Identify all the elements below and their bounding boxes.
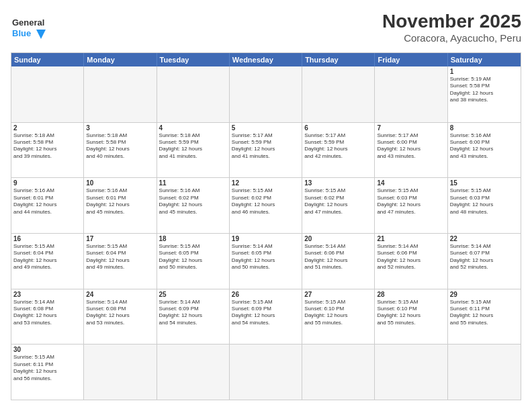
day-info: Sunrise: 5:15 AM Sunset: 6:03 PM Dayligh…: [450, 187, 519, 216]
day-info: Sunrise: 5:14 AM Sunset: 6:09 PM Dayligh…: [159, 299, 227, 327]
day-info: Sunrise: 5:14 AM Sunset: 6:08 PM Dayligh…: [13, 299, 81, 327]
day-number: 5: [232, 124, 300, 132]
day-info: Sunrise: 5:14 AM Sunset: 6:06 PM Dayligh…: [377, 243, 445, 271]
week-row-3: 16Sunrise: 5:15 AM Sunset: 6:04 PM Dayli…: [11, 233, 521, 289]
day-info: Sunrise: 5:16 AM Sunset: 6:00 PM Dayligh…: [450, 132, 519, 161]
calendar-header: Sunday Monday Tuesday Wednesday Thursday…: [11, 53, 521, 66]
day-info: Sunrise: 5:17 AM Sunset: 5:59 PM Dayligh…: [232, 132, 300, 161]
calendar-cell: 15Sunrise: 5:15 AM Sunset: 6:03 PM Dayli…: [448, 178, 521, 233]
header-saturday: Saturday: [448, 53, 521, 66]
day-info: Sunrise: 5:15 AM Sunset: 6:09 PM Dayligh…: [232, 299, 300, 327]
logo-icon: General Blue: [11, 11, 46, 46]
day-number: 22: [450, 235, 519, 242]
calendar-cell: 14Sunrise: 5:15 AM Sunset: 6:03 PM Dayli…: [375, 178, 447, 233]
day-info: Sunrise: 5:17 AM Sunset: 6:00 PM Dayligh…: [377, 132, 445, 161]
calendar-cell: 12Sunrise: 5:15 AM Sunset: 6:02 PM Dayli…: [230, 178, 302, 233]
day-number: 24: [86, 291, 154, 298]
day-info: Sunrise: 5:15 AM Sunset: 6:10 PM Dayligh…: [377, 299, 445, 327]
calendar-cell: 23Sunrise: 5:14 AM Sunset: 6:08 PM Dayli…: [11, 289, 84, 345]
week-row-5: 30Sunrise: 5:15 AM Sunset: 6:11 PM Dayli…: [11, 344, 521, 400]
calendar-cell: 6Sunrise: 5:17 AM Sunset: 5:59 PM Daylig…: [302, 123, 375, 178]
calendar-cell: 18Sunrise: 5:15 AM Sunset: 6:05 PM Dayli…: [157, 234, 230, 289]
day-number: 14: [377, 179, 445, 187]
svg-text:General: General: [12, 17, 44, 28]
header-monday: Monday: [84, 53, 157, 66]
calendar-cell: 13Sunrise: 5:15 AM Sunset: 6:02 PM Dayli…: [302, 178, 375, 233]
calendar-cell: [84, 66, 157, 122]
calendar-cell: 20Sunrise: 5:14 AM Sunset: 6:06 PM Dayli…: [302, 234, 375, 289]
svg-marker-2: [36, 30, 46, 39]
week-row-1: 2Sunrise: 5:18 AM Sunset: 5:58 PM Daylig…: [11, 122, 521, 178]
day-number: 12: [232, 179, 300, 187]
calendar-cell: 8Sunrise: 5:16 AM Sunset: 6:00 PM Daylig…: [448, 123, 521, 178]
day-info: Sunrise: 5:15 AM Sunset: 6:10 PM Dayligh…: [304, 299, 372, 327]
day-info: Sunrise: 5:17 AM Sunset: 5:59 PM Dayligh…: [304, 132, 372, 161]
day-info: Sunrise: 5:14 AM Sunset: 6:06 PM Dayligh…: [304, 243, 372, 271]
calendar-cell: [375, 66, 447, 122]
calendar-cell: 7Sunrise: 5:17 AM Sunset: 6:00 PM Daylig…: [375, 123, 447, 178]
day-info: Sunrise: 5:15 AM Sunset: 6:11 PM Dayligh…: [13, 354, 81, 382]
day-number: 27: [304, 291, 372, 298]
day-number: 20: [304, 235, 372, 242]
day-number: 28: [377, 291, 445, 298]
day-info: Sunrise: 5:15 AM Sunset: 6:04 PM Dayligh…: [13, 243, 81, 271]
calendar-cell: [230, 345, 302, 400]
day-number: 9: [13, 179, 81, 187]
calendar-cell: 2Sunrise: 5:18 AM Sunset: 5:58 PM Daylig…: [11, 123, 84, 178]
header-wednesday: Wednesday: [230, 53, 302, 66]
day-info: Sunrise: 5:15 AM Sunset: 6:03 PM Dayligh…: [377, 187, 445, 216]
day-info: Sunrise: 5:15 AM Sunset: 6:02 PM Dayligh…: [232, 187, 300, 216]
calendar-cell: 3Sunrise: 5:18 AM Sunset: 5:58 PM Daylig…: [84, 123, 157, 178]
header-sunday: Sunday: [11, 53, 84, 66]
day-info: Sunrise: 5:16 AM Sunset: 6:01 PM Dayligh…: [86, 187, 154, 216]
calendar-cell: 26Sunrise: 5:15 AM Sunset: 6:09 PM Dayli…: [230, 289, 302, 345]
calendar: Sunday Monday Tuesday Wednesday Thursday…: [11, 52, 521, 400]
day-number: 29: [450, 291, 519, 298]
day-number: 4: [159, 124, 227, 132]
calendar-cell: 29Sunrise: 5:15 AM Sunset: 6:11 PM Dayli…: [448, 289, 521, 345]
calendar-cell: 30Sunrise: 5:15 AM Sunset: 6:11 PM Dayli…: [11, 345, 84, 400]
logo: General Blue: [11, 11, 46, 46]
calendar-cell: [230, 66, 302, 122]
day-number: 2: [13, 124, 81, 132]
header-tuesday: Tuesday: [157, 53, 230, 66]
calendar-cell: [448, 345, 521, 400]
day-info: Sunrise: 5:16 AM Sunset: 6:01 PM Dayligh…: [13, 187, 81, 216]
header-thursday: Thursday: [302, 53, 375, 66]
day-number: 6: [304, 124, 372, 132]
calendar-cell: 4Sunrise: 5:18 AM Sunset: 5:59 PM Daylig…: [157, 123, 230, 178]
day-number: 10: [86, 179, 154, 187]
calendar-cell: [302, 66, 375, 122]
calendar-cell: [157, 345, 230, 400]
day-info: Sunrise: 5:14 AM Sunset: 6:05 PM Dayligh…: [232, 243, 300, 271]
day-number: 26: [232, 291, 300, 298]
calendar-cell: 10Sunrise: 5:16 AM Sunset: 6:01 PM Dayli…: [84, 178, 157, 233]
day-info: Sunrise: 5:18 AM Sunset: 5:59 PM Dayligh…: [159, 132, 227, 161]
calendar-cell: 27Sunrise: 5:15 AM Sunset: 6:10 PM Dayli…: [302, 289, 375, 345]
calendar-cell: 11Sunrise: 5:16 AM Sunset: 6:02 PM Dayli…: [157, 178, 230, 233]
calendar-cell: 5Sunrise: 5:17 AM Sunset: 5:59 PM Daylig…: [230, 123, 302, 178]
day-info: Sunrise: 5:14 AM Sunset: 6:08 PM Dayligh…: [86, 299, 154, 327]
calendar-cell: 9Sunrise: 5:16 AM Sunset: 6:01 PM Daylig…: [11, 178, 84, 233]
day-number: 3: [86, 124, 154, 132]
calendar-cell: [84, 345, 157, 400]
calendar-body: 1Sunrise: 5:19 AM Sunset: 5:58 PM Daylig…: [11, 66, 521, 400]
day-number: 15: [450, 179, 519, 187]
calendar-cell: 21Sunrise: 5:14 AM Sunset: 6:06 PM Dayli…: [375, 234, 447, 289]
day-number: 18: [159, 235, 227, 242]
week-row-2: 9Sunrise: 5:16 AM Sunset: 6:01 PM Daylig…: [11, 177, 521, 233]
calendar-cell: 22Sunrise: 5:14 AM Sunset: 6:07 PM Dayli…: [448, 234, 521, 289]
day-number: 21: [377, 235, 445, 242]
day-number: 16: [13, 235, 81, 242]
calendar-cell: 16Sunrise: 5:15 AM Sunset: 6:04 PM Dayli…: [11, 234, 84, 289]
day-number: 11: [159, 179, 227, 187]
day-info: Sunrise: 5:15 AM Sunset: 6:11 PM Dayligh…: [450, 299, 519, 327]
day-info: Sunrise: 5:15 AM Sunset: 6:05 PM Dayligh…: [159, 243, 227, 271]
day-info: Sunrise: 5:15 AM Sunset: 6:04 PM Dayligh…: [86, 243, 154, 271]
calendar-cell: [11, 66, 84, 122]
day-number: 7: [377, 124, 445, 132]
day-info: Sunrise: 5:18 AM Sunset: 5:58 PM Dayligh…: [86, 132, 154, 161]
day-number: 17: [86, 235, 154, 242]
calendar-cell: 24Sunrise: 5:14 AM Sunset: 6:08 PM Dayli…: [84, 289, 157, 345]
calendar-cell: 19Sunrise: 5:14 AM Sunset: 6:05 PM Dayli…: [230, 234, 302, 289]
